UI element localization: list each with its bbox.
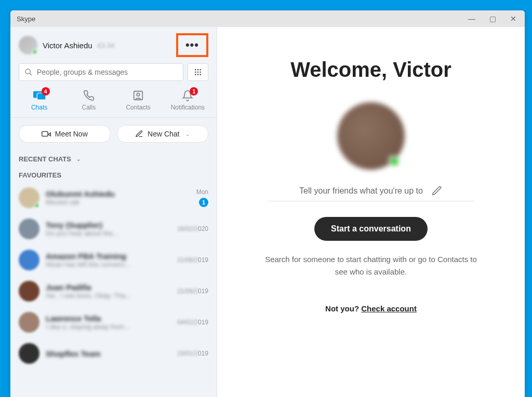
presence-indicator xyxy=(34,203,39,208)
chat-avatar xyxy=(19,281,39,302)
mood-row[interactable]: Tell your friends what you're up to xyxy=(267,185,475,201)
tab-calls[interactable]: Calls xyxy=(71,89,107,111)
chat-meta: 21/08/2019 xyxy=(177,256,208,264)
chat-timestamp: 21/08/2019 xyxy=(177,288,208,295)
chat-avatar xyxy=(19,250,39,270)
search-row xyxy=(10,63,217,87)
chat-meta: Mon 1 xyxy=(196,188,208,207)
search-input[interactable] xyxy=(37,68,178,76)
tab-chats-label: Chats xyxy=(31,104,47,111)
search-box[interactable] xyxy=(19,63,183,81)
maximize-button[interactable]: ▢ xyxy=(487,15,498,23)
chat-item[interactable]: Amazon FBA Training Nizan has left this … xyxy=(10,244,217,276)
svg-point-3 xyxy=(197,69,199,71)
chat-preview-blur: Missed call xyxy=(46,198,190,206)
chat-preview-blur: I dey o, staying away from... xyxy=(46,323,171,331)
chat-item[interactable]: Tony (Supplier) Do you hear about the...… xyxy=(10,213,217,244)
presence-indicator-large xyxy=(389,156,400,167)
notifications-badge: 1 xyxy=(190,87,198,95)
chat-meta: 16/02/2020 xyxy=(177,225,208,232)
chat-meta: 04/02/2019 xyxy=(177,319,208,326)
chats-badge: 4 xyxy=(42,87,50,95)
svg-point-14 xyxy=(137,93,140,96)
svg-rect-15 xyxy=(42,132,47,136)
chat-avatar xyxy=(19,218,39,239)
not-you-row: Not you? Check account xyxy=(325,304,417,313)
hint-text: Search for someone to start chatting wit… xyxy=(262,253,480,278)
chat-avatar xyxy=(19,312,39,333)
minimize-button[interactable]: — xyxy=(467,15,477,23)
chat-info: Amazon FBA Training Nizan has left this … xyxy=(46,252,171,268)
chat-timestamp: 04/02/2019 xyxy=(177,319,208,326)
avatar xyxy=(19,36,37,54)
profile-row: Victor Ashiedu £3.34 ••• xyxy=(10,27,217,63)
chat-preview-blur: Do you hear about the... xyxy=(46,229,171,237)
presence-indicator xyxy=(32,49,37,54)
profile-left[interactable]: Victor Ashiedu £3.34 xyxy=(19,36,114,54)
tab-contacts-label: Contacts xyxy=(126,104,150,111)
check-account-link[interactable]: Check account xyxy=(361,304,417,313)
meet-now-button[interactable]: Meet Now xyxy=(19,125,111,143)
pencil-icon[interactable] xyxy=(431,185,443,197)
chat-meta: 15/01/2019 xyxy=(177,350,208,357)
tab-contacts[interactable]: Contacts xyxy=(120,89,156,111)
svg-marker-16 xyxy=(48,133,50,136)
new-chat-label: New Chat xyxy=(148,130,179,138)
window-controls: — ▢ ✕ xyxy=(467,15,518,23)
chat-item[interactable]: Juan Padilla Aw.. I see boss. Okay. Tha.… xyxy=(10,276,217,307)
chat-item[interactable]: Shopflex Team 15/01/2019 xyxy=(10,338,217,369)
svg-point-8 xyxy=(195,74,196,75)
chat-name-blur: Juan Padilla xyxy=(46,283,171,292)
new-chat-button[interactable]: New Chat ⌄ xyxy=(117,125,209,143)
chat-info: Olubunmi Ashiedu Missed call xyxy=(46,189,190,206)
svg-point-5 xyxy=(195,72,196,73)
chat-name-blur: Olubunmi Ashiedu xyxy=(46,189,190,198)
app-body: Victor Ashiedu £3.34 ••• xyxy=(10,27,525,397)
more-icon: ••• xyxy=(185,38,199,52)
tab-notifications-label: Notifications xyxy=(171,104,205,111)
chat-item[interactable]: Lawrence Tella I dey o, staying away fro… xyxy=(10,307,217,338)
close-button[interactable]: ✕ xyxy=(508,15,518,23)
chat-info: Shopflex Team xyxy=(46,349,171,358)
main-panel: Welcome, Victor Tell your friends what y… xyxy=(217,27,525,397)
svg-point-6 xyxy=(197,72,199,73)
unread-badge: 1 xyxy=(199,198,208,207)
chat-meta: 21/08/2019 xyxy=(177,288,208,295)
chat-name-blur: Lawrence Tella xyxy=(46,314,171,323)
not-you-prefix: Not you? xyxy=(325,304,361,313)
chat-name-blur: Amazon FBA Training xyxy=(46,252,171,261)
favourites-label: FAVOURITES xyxy=(19,171,61,179)
profile-status-blur: £3.34 xyxy=(98,42,115,49)
recent-chats-label: RECENT CHATS xyxy=(19,155,71,163)
profile-name: Victor Ashiedu xyxy=(43,41,92,50)
phone-icon xyxy=(83,90,95,101)
contact-icon xyxy=(132,90,144,101)
chat-info: Juan Padilla Aw.. I see boss. Okay. Tha.… xyxy=(46,283,171,299)
chat-avatar xyxy=(19,343,39,364)
more-menu-button[interactable]: ••• xyxy=(176,33,208,57)
chat-info: Lawrence Tella I dey o, staying away fro… xyxy=(46,314,171,331)
skype-window: Skype — ▢ ✕ Victor Ashiedu £3.34 ••• xyxy=(10,10,525,397)
chat-list: Olubunmi Ashiedu Missed call Mon 1 Tony … xyxy=(10,182,217,397)
chat-timestamp: 21/08/2019 xyxy=(177,256,208,264)
svg-point-9 xyxy=(197,74,199,75)
chat-timestamp: 15/01/2019 xyxy=(177,350,208,357)
profile-avatar-large[interactable] xyxy=(337,102,405,170)
dialpad-button[interactable] xyxy=(188,63,208,81)
svg-point-0 xyxy=(25,69,30,74)
chat-item[interactable]: Olubunmi Ashiedu Missed call Mon 1 xyxy=(10,182,217,213)
camera-icon xyxy=(42,130,51,138)
chevron-down-icon: ⌄ xyxy=(76,156,81,162)
chat-name-blur: Shopflex Team xyxy=(46,349,171,358)
chat-avatar xyxy=(19,187,39,208)
start-conversation-button[interactable]: Start a conversation xyxy=(314,217,428,241)
action-row: Meet Now New Chat ⌄ xyxy=(10,118,217,150)
dialpad-icon xyxy=(194,68,202,76)
tab-chats[interactable]: 4 Chats xyxy=(21,89,58,111)
favourites-header: FAVOURITES xyxy=(10,166,217,182)
search-icon xyxy=(24,68,33,76)
tab-notifications[interactable]: 1 Notifications xyxy=(169,89,206,111)
recent-chats-header[interactable]: RECENT CHATS ⌄ xyxy=(10,150,217,166)
chevron-down-icon: ⌄ xyxy=(185,131,190,137)
titlebar: Skype — ▢ ✕ xyxy=(10,10,525,27)
